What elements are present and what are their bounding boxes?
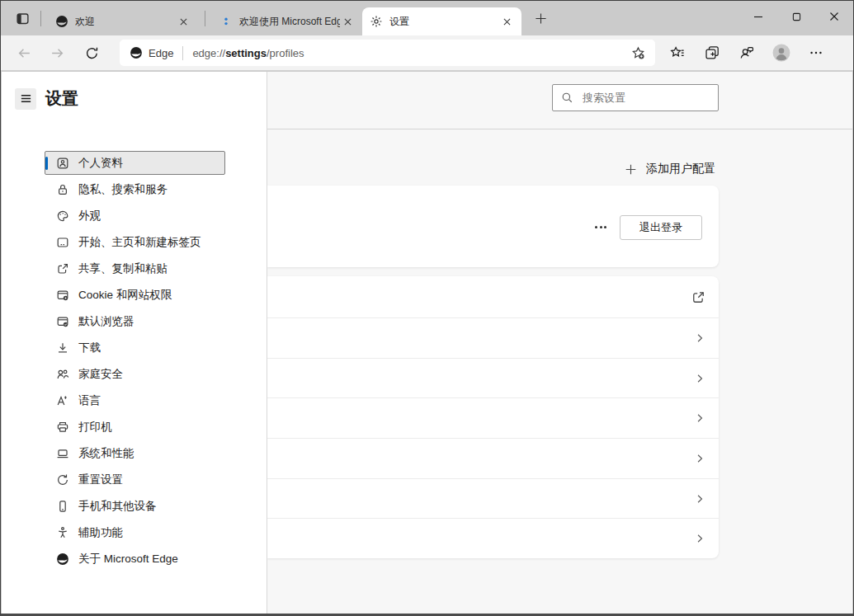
settings-nav: 个人资料 隐私、搜索和服务 外观 xyxy=(2,151,267,571)
settings-search[interactable] xyxy=(552,84,719,111)
tab-close-button[interactable] xyxy=(176,14,191,29)
profile-avatar-button[interactable] xyxy=(764,39,799,67)
list-item[interactable] xyxy=(267,317,719,358)
tab-strip-separator xyxy=(205,11,205,26)
sidebar-item-label: 个人资料 xyxy=(78,156,123,171)
family-icon xyxy=(56,368,69,381)
cookie-permissions-icon xyxy=(56,289,69,302)
navigation-toolbar: Edge edge://settings/profiles xyxy=(1,35,853,71)
collections-button[interactable] xyxy=(695,39,729,67)
chevron-right-icon xyxy=(694,373,705,384)
person-chat-icon xyxy=(739,45,754,60)
phone-icon xyxy=(56,500,69,513)
chevron-right-icon xyxy=(694,533,705,544)
id-card-icon xyxy=(56,157,69,170)
language-icon xyxy=(56,394,69,407)
sidebar-item-label: Cookie 和网站权限 xyxy=(78,288,172,303)
sidebar-item-phone-devices[interactable]: 手机和其他设备 xyxy=(45,494,225,518)
settings-menu-button[interactable] xyxy=(799,39,833,67)
profile-avatar xyxy=(772,44,790,62)
sidebar-item-profiles[interactable]: 个人资料 xyxy=(45,151,225,175)
tab-actions-button[interactable] xyxy=(11,7,34,29)
new-tab-button[interactable] xyxy=(529,7,552,30)
reset-icon xyxy=(56,473,69,487)
site-info-button[interactable]: Edge xyxy=(130,46,173,59)
sidebar-item-appearance[interactable]: 外观 xyxy=(45,204,225,228)
browser-window: 欢迎 欢迎使用 Microsoft Edg 设置 xyxy=(0,0,854,616)
sidebar-item-reset-settings[interactable]: 重置设置 xyxy=(45,468,225,491)
sidebar-item-privacy[interactable]: 隐私、搜索和服务 xyxy=(45,177,225,201)
laptop-icon xyxy=(56,447,69,460)
address-bar[interactable]: Edge edge://settings/profiles xyxy=(120,40,655,66)
favorites-button[interactable] xyxy=(660,39,695,67)
add-profile-button[interactable]: 添加用户配置 xyxy=(267,155,719,183)
tab-welcome-edge[interactable]: 欢迎使用 Microsoft Edg xyxy=(212,7,362,35)
tab-settings[interactable]: 设置 xyxy=(362,7,521,35)
sidebar-item-label: 辅助功能 xyxy=(78,525,123,540)
settings-header xyxy=(267,72,852,129)
sidebar-item-start-home[interactable]: 开始、主页和新建标签页 xyxy=(45,230,225,254)
minimize-icon xyxy=(753,12,763,21)
sign-out-button[interactable]: 退出登录 xyxy=(620,215,702,240)
chevron-right-icon xyxy=(694,332,705,344)
plus-icon xyxy=(535,12,547,25)
minimize-button[interactable] xyxy=(739,1,777,32)
list-item[interactable] xyxy=(267,518,719,558)
sidebar-item-label: 手机和其他设备 xyxy=(78,499,157,514)
more-options-button[interactable] xyxy=(590,218,611,236)
window-controls xyxy=(739,1,853,32)
settings-sidebar: 设置 个人资料 隐私、搜索和服务 xyxy=(2,72,267,614)
search-input[interactable] xyxy=(581,91,729,105)
collections-icon xyxy=(705,45,720,60)
browser-check-icon xyxy=(56,315,69,328)
sidebar-item-label: 关于 Microsoft Edge xyxy=(78,552,178,567)
sidebar-item-label: 下载 xyxy=(78,341,101,355)
sidebar-item-label: 重置设置 xyxy=(78,473,123,487)
tab-title: 设置 xyxy=(389,15,499,29)
list-item[interactable] xyxy=(267,438,719,478)
back-button[interactable] xyxy=(7,39,40,67)
list-item[interactable] xyxy=(267,358,719,398)
more-horizontal-icon xyxy=(595,226,606,228)
sidebar-item-label: 家庭安全 xyxy=(78,367,123,382)
sidebar-item-printers[interactable]: 打印机 xyxy=(45,415,225,439)
sidebar-item-label: 语言 xyxy=(78,393,101,408)
edge-logo-icon xyxy=(56,553,69,566)
tab-close-button[interactable] xyxy=(499,14,514,29)
sidebar-item-family-safety[interactable]: 家庭安全 xyxy=(45,362,225,386)
maximize-icon xyxy=(792,12,801,21)
list-item[interactable] xyxy=(267,478,719,519)
share-icon xyxy=(56,262,69,275)
forward-arrow-icon xyxy=(50,46,64,60)
tab-close-button[interactable] xyxy=(340,14,355,29)
forward-button[interactable] xyxy=(40,39,73,67)
sidebar-item-downloads[interactable]: 下载 xyxy=(45,336,225,360)
chevron-right-icon xyxy=(694,493,705,505)
sidebar-item-cookies-permissions[interactable]: Cookie 和网站权限 xyxy=(45,283,225,307)
sidebar-item-label: 外观 xyxy=(78,209,101,223)
refresh-button[interactable] xyxy=(77,39,106,67)
close-button[interactable] xyxy=(815,1,853,32)
list-item-external[interactable] xyxy=(267,276,719,317)
tab-strip-left xyxy=(1,1,48,35)
person-chat-button[interactable] xyxy=(729,39,764,67)
sidebar-item-label: 隐私、搜索和服务 xyxy=(78,182,167,197)
star-add-icon xyxy=(631,46,645,60)
sidebar-item-label: 默认浏览器 xyxy=(78,314,134,329)
sidebar-item-share-copy-paste[interactable]: 共享、复制和粘贴 xyxy=(45,256,225,280)
tab-welcome[interactable]: 欢迎 xyxy=(48,7,198,35)
back-arrow-icon xyxy=(17,46,31,60)
gear-icon xyxy=(370,15,383,28)
sidebar-item-languages[interactable]: 语言 xyxy=(45,388,225,412)
sidebar-item-accessibility[interactable]: 辅助功能 xyxy=(45,520,225,544)
maximize-button[interactable] xyxy=(777,1,815,32)
add-profile-label: 添加用户配置 xyxy=(646,162,715,176)
sidebar-item-system-performance[interactable]: 系统和性能 xyxy=(45,441,225,465)
add-favorite-button[interactable] xyxy=(625,42,650,63)
more-menu-icon xyxy=(809,46,823,59)
sidebar-item-about-edge[interactable]: 关于 Microsoft Edge xyxy=(45,547,225,571)
palette-icon xyxy=(56,209,69,223)
list-item[interactable] xyxy=(267,397,719,438)
menu-toggle-button[interactable] xyxy=(15,88,36,110)
sidebar-item-default-browser[interactable]: 默认浏览器 xyxy=(45,309,225,333)
